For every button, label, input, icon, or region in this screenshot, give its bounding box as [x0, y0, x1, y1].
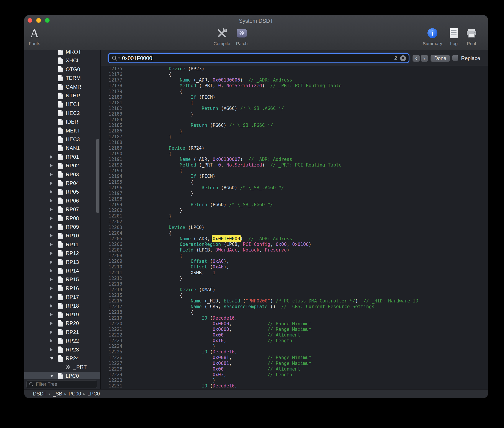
sidebar-item-camr[interactable]: CAMR — [24, 82, 100, 91]
code-line[interactable]: 12224 ) — [101, 343, 488, 349]
disclosure-collapsed-icon[interactable] — [50, 269, 58, 272]
code-line[interactable]: 12212 } — [101, 276, 488, 281]
sidebar-item-rp04[interactable]: RP04 — [24, 179, 100, 188]
sidebar-item-rp20[interactable]: RP20 — [24, 319, 100, 328]
sidebar-item-rp11[interactable]: RP11 — [24, 240, 100, 249]
disclosure-collapsed-icon[interactable] — [50, 322, 58, 325]
disclosure-collapsed-icon[interactable] — [50, 156, 58, 158]
replace-checkbox[interactable] — [452, 55, 458, 61]
disclosure-collapsed-icon[interactable] — [50, 296, 58, 299]
code-line[interactable]: 12209 Offset (0xAC), — [101, 258, 488, 264]
disclosure-collapsed-icon[interactable] — [50, 261, 58, 264]
disclosure-collapsed-icon[interactable] — [50, 208, 58, 211]
code-line[interactable]: 12195 { — [101, 179, 488, 185]
sidebar-item-rp16[interactable]: RP16 — [24, 284, 100, 293]
code-line[interactable]: 12175 Device (RP23) — [101, 66, 488, 72]
code-line[interactable]: 12204 { — [101, 230, 488, 236]
code-line[interactable]: 12223 0x10, // Length — [101, 338, 488, 343]
sidebar-item-rp10[interactable]: RP10 — [24, 231, 100, 240]
sidebar-item-rp21[interactable]: RP21 — [24, 328, 100, 337]
disclosure-collapsed-icon[interactable] — [50, 225, 58, 229]
code-line[interactable]: 12185 Return (PG6C) /* \_SB_.PG6C */ — [101, 123, 488, 128]
editor-code[interactable]: 12175 Device (RP23)12176 {12177 Name (_A… — [101, 66, 488, 389]
code-line[interactable]: 12184 — [101, 117, 488, 123]
disclosure-collapsed-icon[interactable] — [50, 234, 58, 237]
search-next-button[interactable]: › — [421, 55, 428, 62]
code-line[interactable]: 12227 0x0081, // Range Maximum — [101, 361, 488, 366]
code-line[interactable]: 12213 — [101, 281, 488, 287]
code-line[interactable]: 12186 } — [101, 128, 488, 134]
search-clear-button[interactable]: ✕ — [400, 55, 406, 61]
done-button[interactable]: Done — [430, 55, 450, 62]
code-line[interactable]: 12208 { — [101, 253, 488, 258]
breadcrumb-item-sb[interactable]: _SB — [53, 391, 62, 397]
sidebar-item-lpc0[interactable]: LPC0 — [24, 372, 100, 379]
sidebar-item-rp24[interactable]: RP24 — [24, 354, 100, 363]
search-input[interactable]: ▾ 0x001F0000 2 ✕ — [109, 54, 409, 62]
sidebar-item-rp15[interactable]: RP15 — [24, 275, 100, 284]
code-line[interactable]: 12221 0x0000, // Range Maximum — [101, 327, 488, 332]
code-line[interactable]: 12230 ) — [101, 378, 488, 383]
code-line[interactable]: 12191 Name (_ADR, 0x001B0007) // _ADR: A… — [101, 156, 488, 162]
code-line[interactable]: 12207 Field (LPCB, DWordAcc, NoLock, Pre… — [101, 247, 488, 253]
disclosure-collapsed-icon[interactable] — [50, 287, 58, 290]
sidebar-item-rp06[interactable]: RP06 — [24, 197, 100, 205]
code-line[interactable]: 12222 0x00, // Alignment — [101, 332, 488, 338]
disclosure-collapsed-icon[interactable] — [50, 278, 58, 281]
code-line[interactable]: 12189 Device (RP24) — [101, 145, 488, 151]
code-line[interactable]: 12199 Return (PG6D) /* \_SB_.PG6D */ — [101, 202, 488, 207]
sidebar-item-rp14[interactable]: RP14 — [24, 266, 100, 275]
code-line[interactable]: 12177 Name (_ADR, 0x001B0006) // _ADR: A… — [101, 77, 488, 83]
disclosure-collapsed-icon[interactable] — [50, 252, 58, 255]
disclosure-collapsed-icon[interactable] — [50, 313, 58, 316]
sidebar-item-hec1[interactable]: HEC1 — [24, 100, 100, 109]
disclosure-collapsed-icon[interactable] — [50, 243, 58, 246]
code-line[interactable]: 12196 Return (AG6D) /* \_SB_.AG6D */ — [101, 185, 488, 190]
disclosure-expanded-icon[interactable] — [50, 374, 58, 378]
breadcrumb-item-pc00[interactable]: PC00 — [68, 391, 81, 397]
code-line[interactable]: 12180 If (PICM) — [101, 94, 488, 100]
disclosure-expanded-icon[interactable] — [50, 357, 58, 360]
sidebar-item-prt[interactable]: _PRT — [24, 363, 100, 371]
code-line[interactable]: 12211 XSMB, 1 — [101, 270, 488, 276]
disclosure-collapsed-icon[interactable] — [50, 190, 58, 193]
sidebar-item-rp05[interactable]: RP05 — [24, 188, 100, 196]
print-button[interactable]: Print — [458, 26, 485, 46]
disclosure-collapsed-icon[interactable] — [50, 173, 58, 176]
disclosure-collapsed-icon[interactable] — [50, 182, 58, 185]
sidebar-item-rp08[interactable]: RP08 — [24, 214, 100, 223]
code-line[interactable]: 12215 { — [101, 292, 488, 298]
code-line[interactable]: 12178 Method (_PRT, 0, NotSerialized) //… — [101, 83, 488, 89]
code-line[interactable]: 12205 Name (_ADR, 0x001F0000) // _ADR: A… — [101, 236, 488, 241]
code-line[interactable]: 12228 0x00, // Alignment — [101, 366, 488, 372]
code-line[interactable]: 12190 { — [101, 151, 488, 156]
code-line[interactable]: 12198 — [101, 196, 488, 202]
sidebar-item-rp02[interactable]: RP02 — [24, 161, 100, 170]
disclosure-collapsed-icon[interactable] — [50, 199, 58, 202]
code-line[interactable]: 12210 Offset (0xAE), — [101, 264, 488, 270]
disclosure-collapsed-icon[interactable] — [50, 339, 58, 342]
code-line[interactable]: 12176 { — [101, 72, 488, 77]
sidebar-item-nan1[interactable]: NAN1 — [24, 144, 100, 152]
sidebar-item-rp03[interactable]: RP03 — [24, 170, 100, 179]
disclosure-collapsed-icon[interactable] — [50, 217, 58, 220]
code-line[interactable]: 12201 } — [101, 213, 488, 219]
code-line[interactable]: 12219 IO (Decode16, — [101, 315, 488, 321]
sidebar-item-term[interactable]: TERM — [24, 74, 100, 82]
sidebar-item-rp12[interactable]: RP12 — [24, 249, 100, 258]
code-line[interactable]: 12206 OperationRegion (LPCB, PCI_Config,… — [101, 241, 488, 247]
disclosure-collapsed-icon[interactable] — [50, 305, 58, 307]
sidebar-item-rp17[interactable]: RP17 — [24, 293, 100, 301]
code-line[interactable]: 12200 } — [101, 207, 488, 213]
sidebar-item-rp19[interactable]: RP19 — [24, 310, 100, 319]
breadcrumb-item-lpc0[interactable]: LPC0 — [87, 391, 100, 397]
sidebar-item-rp09[interactable]: RP09 — [24, 223, 100, 231]
code-line[interactable]: 12218 { — [101, 309, 488, 315]
disclosure-collapsed-icon[interactable] — [50, 164, 58, 167]
filter-input[interactable] — [35, 381, 95, 387]
patch-button[interactable]: Patch — [229, 26, 255, 46]
sidebar-item-rp01[interactable]: RP01 — [24, 153, 100, 161]
code-line[interactable]: 12225 IO (Decode16, — [101, 349, 488, 355]
code-line[interactable]: 12192 Method (_PRT, 0, NotSerialized) //… — [101, 162, 488, 168]
disclosure-collapsed-icon[interactable] — [50, 348, 58, 351]
